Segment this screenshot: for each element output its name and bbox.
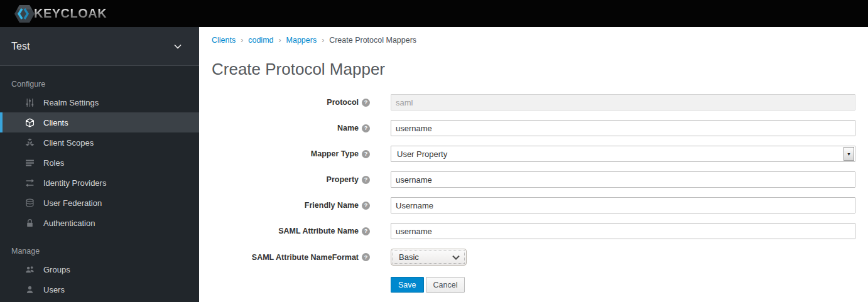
lock-icon bbox=[25, 218, 35, 228]
name-help-icon[interactable]: ? bbox=[362, 124, 370, 132]
sidebar: Test Configure Realm Settings Clients Cl… bbox=[0, 27, 199, 302]
field-row-mapper-type: Mapper Type ? User Property▼ bbox=[212, 146, 855, 162]
sidebar-item-label: Clients bbox=[43, 118, 68, 127]
name-input[interactable] bbox=[391, 120, 855, 136]
sidebar-item-user-federation[interactable]: User Federation bbox=[0, 193, 199, 213]
breadcrumb-separator: › bbox=[241, 36, 243, 45]
mapper-type-selected-value: User Property bbox=[397, 149, 447, 159]
protocol-help-icon[interactable]: ? bbox=[362, 99, 370, 107]
field-label: Property bbox=[327, 175, 359, 184]
field-row-friendly-name: Friendly Name ? bbox=[212, 197, 855, 213]
exchange-icon bbox=[25, 178, 35, 188]
create-protocol-mapper-form: Protocol ? Name ? Mapper Type ? User Pro… bbox=[212, 94, 855, 266]
property-input[interactable] bbox=[391, 171, 855, 188]
breadcrumb-link-codimd[interactable]: codimd bbox=[248, 36, 273, 45]
field-label: Mapper Type bbox=[311, 149, 359, 158]
breadcrumb-link-mappers[interactable]: Mappers bbox=[286, 36, 317, 45]
field-row-saml-attribute-nameformat: SAML Attribute NameFormat ? Basic bbox=[212, 249, 855, 266]
field-label: SAML Attribute Name bbox=[278, 227, 359, 235]
saml-attribute-name-input[interactable] bbox=[391, 223, 855, 239]
field-row-property: Property ? bbox=[212, 171, 855, 188]
dropdown-arrow-icon[interactable]: ▼ bbox=[844, 147, 854, 161]
sidebar-item-label: User Federation bbox=[43, 198, 102, 208]
saml-attribute-nameformat-select[interactable]: Basic bbox=[391, 249, 467, 266]
realm-selector[interactable]: Test bbox=[0, 27, 199, 66]
user-icon bbox=[25, 285, 35, 294]
sidebar-nav: Configure Realm Settings Clients Client … bbox=[0, 77, 199, 299]
nav-section-label: Manage bbox=[0, 244, 199, 259]
users-icon bbox=[25, 265, 35, 274]
form-buttons-row: Save Cancel bbox=[212, 277, 855, 293]
mapper-type-help-icon[interactable]: ? bbox=[362, 150, 370, 158]
sidebar-item-realm-settings[interactable]: Realm Settings bbox=[0, 92, 199, 112]
sidebar-item-authentication[interactable]: Authentication bbox=[0, 213, 199, 233]
sidebar-item-label: Realm Settings bbox=[43, 98, 99, 107]
keycloak-logo: KEYCLOAK bbox=[14, 4, 107, 24]
field-row-saml-attribute-name: SAML Attribute Name ? bbox=[212, 223, 855, 239]
sidebar-item-users[interactable]: Users bbox=[0, 279, 199, 299]
nav-section-configure: Configure Realm Settings Clients Client … bbox=[0, 77, 199, 233]
nav-section-label: Configure bbox=[0, 77, 199, 92]
protocol-input bbox=[391, 94, 855, 111]
nav-section-manage: Manage Groups Users bbox=[0, 244, 199, 299]
breadcrumb: Clients›codimd›Mappers›Create Protocol M… bbox=[212, 36, 855, 45]
saml-attribute-name-help-icon[interactable]: ? bbox=[362, 227, 370, 235]
sliders-icon bbox=[25, 98, 35, 107]
keycloak-logo-icon bbox=[14, 4, 35, 24]
breadcrumb-current-create-protocol-mappers: Create Protocol Mappers bbox=[329, 36, 416, 45]
chevron-down-icon bbox=[174, 44, 182, 49]
field-label: Protocol bbox=[327, 98, 359, 107]
main-content: Clients›codimd›Mappers›Create Protocol M… bbox=[199, 27, 868, 302]
breadcrumb-separator: › bbox=[279, 36, 281, 45]
save-button[interactable]: Save bbox=[391, 277, 424, 293]
field-row-protocol: Protocol ? bbox=[212, 94, 855, 111]
cancel-button[interactable]: Cancel bbox=[426, 277, 465, 293]
field-label: Friendly Name bbox=[305, 201, 359, 210]
cubes-icon bbox=[25, 138, 35, 148]
sidebar-item-label: Authentication bbox=[43, 218, 95, 228]
field-row-name: Name ? bbox=[212, 120, 855, 136]
field-label: Name bbox=[337, 124, 359, 132]
friendly-name-help-icon[interactable]: ? bbox=[362, 202, 370, 210]
sidebar-item-groups[interactable]: Groups bbox=[0, 259, 199, 279]
sidebar-item-identity-providers[interactable]: Identity Providers bbox=[0, 173, 199, 193]
field-label: SAML Attribute NameFormat bbox=[252, 253, 359, 262]
saml-attribute-nameformat-help-icon[interactable]: ? bbox=[362, 253, 370, 261]
page-title: Create Protocol Mapper bbox=[212, 60, 855, 79]
sidebar-item-label: Users bbox=[43, 285, 65, 294]
sidebar-item-label: Groups bbox=[43, 265, 70, 274]
mapper-type-select[interactable]: User Property▼ bbox=[391, 146, 855, 162]
sidebar-item-label: Roles bbox=[43, 158, 64, 168]
list-icon bbox=[25, 158, 35, 168]
sidebar-item-label: Client Scopes bbox=[43, 138, 94, 148]
app-header: KEYCLOAK bbox=[0, 0, 868, 27]
database-icon bbox=[25, 198, 35, 208]
chevron-down-icon bbox=[452, 255, 460, 260]
property-help-icon[interactable]: ? bbox=[362, 176, 370, 184]
cube-icon bbox=[25, 118, 35, 127]
sidebar-item-roles[interactable]: Roles bbox=[0, 153, 199, 173]
breadcrumb-link-clients[interactable]: Clients bbox=[212, 36, 236, 45]
breadcrumb-separator: › bbox=[322, 36, 324, 45]
saml-attribute-nameformat-selected-value: Basic bbox=[399, 252, 419, 262]
sidebar-item-clients[interactable]: Clients bbox=[0, 112, 199, 132]
keycloak-logo-text: KEYCLOAK bbox=[34, 6, 107, 21]
friendly-name-input[interactable] bbox=[391, 197, 855, 213]
realm-name: Test bbox=[11, 41, 30, 52]
sidebar-item-client-scopes[interactable]: Client Scopes bbox=[0, 132, 199, 153]
sidebar-item-label: Identity Providers bbox=[43, 178, 106, 188]
